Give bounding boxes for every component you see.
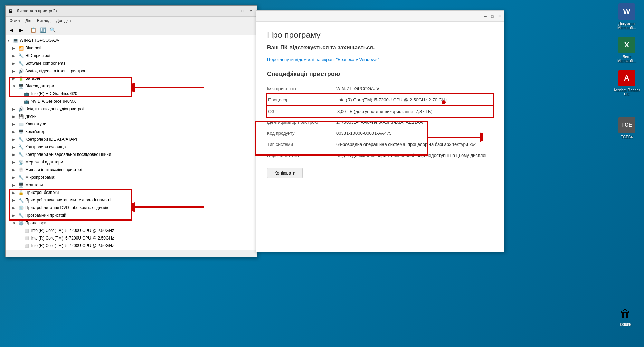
security-link[interactable]: Переглянути відомості на екрані "Безпека… xyxy=(267,57,493,62)
tree-item-cpu2[interactable]: ⬜Intel(R) Core(TM) i5-7200U CPU @ 2.50GH… xyxy=(6,234,257,242)
minimize-button[interactable]: ─ xyxy=(231,8,238,15)
word-icon[interactable]: W Документ Microsoft... xyxy=(613,3,641,30)
about-titlebar: ─ □ ✕ xyxy=(256,11,504,22)
tree-item-audio-io[interactable]: ▶🔊Вхідні та вихідні аудіопристрої xyxy=(6,105,257,113)
spec-label-1: Процесор xyxy=(268,97,337,102)
tree-item-audio[interactable]: ▶🔊Аудіо-, відео- та ігрові пристрої xyxy=(6,67,257,75)
tree-item-nvidia-gpu[interactable]: 📺NVIDIA GeForce 940MX xyxy=(6,97,257,105)
tree-expander: ▶ xyxy=(12,153,18,157)
tce64-icon[interactable]: TCE TCE64 xyxy=(613,117,641,139)
close-button[interactable]: ✕ xyxy=(247,8,254,15)
tree-item-firmware[interactable]: ▶🔧Мікропрограма: xyxy=(6,174,257,181)
tree-item-text: NVIDIA GeForce 940MX xyxy=(31,99,76,104)
toolbar: ◀ ▶ 📋 🔄 🔍 xyxy=(6,25,257,35)
tce64-label: TCE64 xyxy=(621,135,633,139)
tree-item-disks[interactable]: ▶💾Диски xyxy=(6,113,257,120)
titlebar-controls: ─ □ ✕ xyxy=(231,8,254,15)
tree-item-icon: 📺 xyxy=(23,91,30,97)
tree-item-intel-gpu[interactable]: 📺Intel(R) HD Graphics 620 xyxy=(6,90,257,97)
tree-expander: ▶ xyxy=(12,122,18,126)
tree-item-keyboards[interactable]: ▶⌨️Клавіатури xyxy=(6,120,257,128)
tree-item-dvd[interactable]: ▶💿Пристрої читання DVD- або компакт-диск… xyxy=(6,204,257,212)
tree-item-icon: 🔊 xyxy=(18,106,24,112)
forward-button[interactable]: ▶ xyxy=(17,26,26,34)
tree-item-text: Мережеві адаптери xyxy=(25,160,63,165)
tree-item-bluetooth[interactable]: ▶📶Bluetooth xyxy=(6,44,257,52)
tree-item-prog-device[interactable]: ▶🔧Програмний пристрій xyxy=(6,212,257,219)
specs-table: Ім'я пристроюWIN-2TTGPCOGAJVПроцесорInte… xyxy=(267,83,493,161)
tree-item-video[interactable]: ▼🖥️Відеоадаптери xyxy=(6,82,257,90)
spec-row-4: Код продукту00331-10000-00001-AA475 xyxy=(267,128,493,139)
spec-value-0: WIN-2TTGPCOGAJV xyxy=(336,86,493,91)
excel-label: Лист Microsoft... xyxy=(613,55,641,63)
tree-expander: ▶ xyxy=(12,115,18,119)
menu-action[interactable]: Дія xyxy=(23,18,34,24)
back-button[interactable]: ◀ xyxy=(7,26,16,34)
excel-icon[interactable]: X Лист Microsoft... xyxy=(613,37,641,63)
tree-item-icon: 🔒 xyxy=(18,189,24,196)
trash-icon-container[interactable]: 🗑 Кошик xyxy=(617,306,634,326)
tree-item-usb[interactable]: ▶🔧Контролери універсальної послідовної ш… xyxy=(6,151,257,158)
desktop-icons: W Документ Microsoft... X Лист Microsoft… xyxy=(613,3,641,139)
tree-expander: ▼ xyxy=(12,84,18,88)
tree-item-text: Миша й інші вказівні пристрої xyxy=(25,167,82,172)
tree-item-network[interactable]: ▶📡Мережеві адаптери xyxy=(6,158,257,166)
specs-title: Специфікації пристрою xyxy=(267,71,493,78)
spec-row-3: Ідентифікатор пристрою2775653D-4AA0-49F5… xyxy=(267,117,493,128)
menu-view[interactable]: Вигляд xyxy=(34,18,53,24)
tree-expander: ▶ xyxy=(12,46,18,50)
tree-item-software[interactable]: ▶🔧Software components xyxy=(6,59,257,67)
tree-item-hid[interactable]: ▶🔧HID-пристрої xyxy=(6,52,257,59)
about-subtitle: Ваш ПК відстежується та захищається. xyxy=(267,44,493,51)
tree-item-text: Диски xyxy=(25,114,37,119)
tree-item-monitors[interactable]: ▶🖥️Монітори xyxy=(6,181,257,189)
acrobat-label: Acrobat Reader DC xyxy=(613,88,641,96)
tree-item-mouse[interactable]: ▶🖱️Миша й інші вказівні пристрої xyxy=(6,166,257,174)
tree-item-text: Вхідні та вихідні аудіопристрої xyxy=(25,106,84,111)
spec-label-6: Перо та дотики xyxy=(267,153,336,158)
tree-item-storage[interactable]: ▶🔧Контролери сховища xyxy=(6,143,257,151)
spec-row-6: Перо та дотикиВвід за допомогою пера та … xyxy=(267,150,493,161)
tree-item-text: Монітори xyxy=(25,182,43,187)
scan-button[interactable]: 🔍 xyxy=(48,26,57,34)
spec-label-2: ОЗП xyxy=(268,109,337,114)
about-minimize-button[interactable]: ─ xyxy=(482,13,489,20)
about-close-button[interactable]: ✕ xyxy=(496,13,503,20)
tree-item-ide[interactable]: ▶🔧Контролери IDE ATA/ATAPI xyxy=(6,135,257,143)
about-content: Про програму Ваш ПК відстежується та зах… xyxy=(256,22,504,252)
device-tree[interactable]: ▼💻WIN-2TTGPCOGAJV▶📶Bluetooth▶🔧HID-пристр… xyxy=(6,35,257,250)
tree-item-icon: 🔋 xyxy=(18,75,24,82)
tree-expander: ▶ xyxy=(12,214,18,217)
tree-expander: ▶ xyxy=(12,62,18,65)
about-maximize-button[interactable]: □ xyxy=(489,13,496,20)
properties-button[interactable]: 📋 xyxy=(29,26,38,34)
tree-item-icon: 📶 xyxy=(18,45,24,51)
tree-item-text: Батареї xyxy=(25,76,40,81)
tree-item-root[interactable]: ▼💻WIN-2TTGPCOGAJV xyxy=(6,37,257,44)
spec-value-5: 64-розрядна операційна система, процесор… xyxy=(336,142,493,147)
update-button[interactable]: 🔄 xyxy=(38,26,47,34)
word-label: Документ Microsoft... xyxy=(613,21,641,30)
tree-item-text: WIN-2TTGPCOGAJV xyxy=(20,38,59,43)
tree-expander: ▼ xyxy=(12,221,18,225)
spec-label-3: Ідентифікатор пристрою xyxy=(267,120,336,125)
tree-item-computer[interactable]: ▶🖥️Комп'ютер xyxy=(6,128,257,135)
acrobat-icon[interactable]: A Acrobat Reader DC xyxy=(613,70,641,96)
menu-file[interactable]: Файл xyxy=(7,18,23,24)
copy-button[interactable]: Копіювати xyxy=(267,168,303,178)
tree-expander: ▶ xyxy=(12,206,18,210)
tree-item-cpu3[interactable]: ⬜Intel(R) Core(TM) i5-7200U CPU @ 2.50GH… xyxy=(6,242,257,250)
tree-item-cpu1[interactable]: ⬜Intel(R) Core(TM) i5-7200U CPU @ 2.50GH… xyxy=(6,227,257,234)
tree-item-text: Контролери сховища xyxy=(25,144,66,149)
tree-expander: ▶ xyxy=(12,107,18,111)
tree-item-memory[interactable]: ▶🔧Пристрої з використанням технології па… xyxy=(6,196,257,204)
tree-item-processors[interactable]: ▼⚙️Процесори xyxy=(6,219,257,227)
tree-item-security[interactable]: ▶🔒Пристрої безпеки xyxy=(6,189,257,196)
titlebar-icon: 🖥 xyxy=(8,8,14,14)
tree-expander: ▶ xyxy=(12,191,18,195)
menu-help[interactable]: Довідка xyxy=(53,18,74,24)
tree-item-batteries[interactable]: ▶🔋Батареї xyxy=(6,75,257,82)
tree-expander: ▶ xyxy=(12,176,18,179)
maximize-button[interactable]: □ xyxy=(239,8,246,15)
tree-item-text: Пристрої читання DVD- або компакт-дисків xyxy=(25,205,108,210)
